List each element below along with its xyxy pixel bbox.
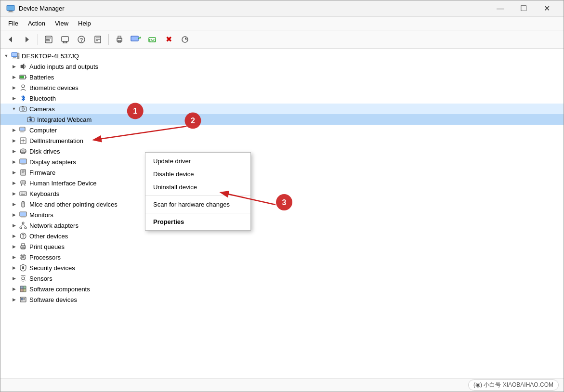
driver-info-button[interactable] — [91, 33, 105, 46]
app-icon — [6, 4, 15, 13]
main-content: ▼ DESKTOP-4L537JQ ▶ — [0, 49, 564, 378]
ctx-disable-device[interactable]: Disable device — [145, 168, 250, 181]
security-expander[interactable]: ▶ — [10, 264, 18, 272]
tree-security[interactable]: ▶ Security devices — [0, 262, 564, 273]
bluetooth-icon — [19, 94, 27, 103]
tree-software-dev[interactable]: ▶ Software devices — [0, 294, 564, 305]
tree-processors[interactable]: ▶ — [0, 252, 564, 262]
print-expander[interactable]: ▶ — [10, 243, 18, 250]
svg-rect-75 — [21, 193, 22, 194]
disk-expander[interactable]: ▶ — [10, 147, 18, 155]
batteries-icon — [19, 73, 27, 81]
print-label: Print queues — [29, 243, 65, 250]
device-label-button[interactable]: TAG — [145, 33, 159, 46]
processors-expander[interactable]: ▶ — [10, 253, 18, 261]
computer-expander[interactable]: ▶ — [10, 126, 18, 134]
display-icon — [19, 157, 27, 166]
tree-cameras[interactable]: ▼ Cameras — [0, 104, 564, 114]
ctx-update-driver[interactable]: Update driver — [145, 155, 250, 168]
device-manager-window: Device Manager — ☐ ✕ File Action View He… — [0, 0, 564, 392]
device-tree[interactable]: ▼ DESKTOP-4L537JQ ▶ — [0, 49, 564, 378]
menu-file[interactable]: File — [3, 18, 23, 29]
menu-view[interactable]: View — [50, 18, 73, 29]
other-expander[interactable]: ▶ — [10, 232, 18, 240]
dell-expander[interactable]: ▶ — [10, 137, 18, 144]
root-expander[interactable]: ▼ — [2, 52, 10, 60]
tree-bluetooth[interactable]: ▶ Bluetooth — [0, 93, 564, 104]
hid-icon — [19, 179, 27, 187]
tree-hid[interactable]: ▶ Human Interface Device — [0, 178, 564, 188]
hid-label: Human Interface Device — [29, 180, 96, 187]
back-button[interactable] — [3, 33, 18, 46]
svg-rect-69 — [21, 181, 26, 184]
tree-software-comp[interactable]: ▶ Software components — [0, 284, 564, 294]
keyboards-expander[interactable]: ▶ — [10, 190, 18, 197]
remove-device-button[interactable]: ✖ — [161, 33, 176, 46]
display-expander[interactable]: ▶ — [10, 158, 18, 166]
svg-rect-82 — [20, 212, 26, 216]
menu-help[interactable]: Help — [73, 18, 96, 29]
hid-expander[interactable]: ▶ — [10, 179, 18, 187]
tree-audio[interactable]: ▶ Audio inputs and outputs — [0, 61, 564, 72]
svg-rect-116 — [21, 298, 23, 300]
mice-expander[interactable]: ▶ — [10, 200, 18, 208]
biometric-expander[interactable]: ▶ — [10, 84, 18, 91]
firmware-label: Firmware — [29, 169, 55, 176]
update-driver-button[interactable] — [58, 33, 72, 46]
tree-biometric[interactable]: ▶ Biometric devices — [0, 82, 564, 93]
audio-expander[interactable]: ▶ — [10, 63, 18, 70]
svg-rect-74 — [20, 192, 26, 196]
security-label: Security devices — [29, 264, 75, 272]
ctx-scan-changes[interactable]: Scan for hardware changes — [145, 198, 250, 211]
software-comp-label: Software components — [29, 286, 90, 293]
ctx-uninstall-device[interactable]: Uninstall device — [145, 181, 250, 194]
software-comp-expander[interactable]: ▶ — [10, 285, 18, 293]
tree-dell[interactable]: ▶ DellInstrumentation — [0, 135, 564, 146]
close-button[interactable]: ✕ — [536, 0, 558, 17]
scan-changes-button[interactable] — [178, 33, 192, 46]
tree-print[interactable]: ▶ Print queues — [0, 241, 564, 252]
svg-rect-68 — [22, 172, 24, 173]
forward-button[interactable] — [20, 33, 34, 46]
print-icon — [19, 242, 27, 251]
tree-firmware[interactable]: ▶ Firmware — [0, 167, 564, 178]
tree-batteries[interactable]: ▶ Batteries — [0, 72, 564, 82]
monitor-button[interactable] — [129, 33, 143, 46]
monitors-expander[interactable]: ▶ — [10, 211, 18, 219]
firmware-expander[interactable]: ▶ — [10, 169, 18, 176]
tree-other[interactable]: ▶ ? Other devices — [0, 231, 564, 241]
svg-line-70 — [21, 184, 22, 186]
network-expander[interactable]: ▶ — [10, 222, 18, 229]
svg-rect-112 — [23, 286, 26, 289]
bluetooth-expander[interactable]: ▶ — [10, 94, 18, 102]
minimize-button[interactable]: — — [489, 0, 512, 17]
tree-network[interactable]: ▶ Network adapters — [0, 220, 564, 231]
maximize-button[interactable]: ☐ — [512, 0, 535, 17]
tree-monitors[interactable]: ▶ Monitors — [0, 209, 564, 220]
sensors-expander[interactable]: ▶ — [10, 274, 18, 282]
root-label: DESKTOP-4L537JQ — [22, 52, 79, 60]
tree-keyboards[interactable]: ▶ Keyboards — [0, 188, 564, 199]
svg-rect-34 — [12, 53, 17, 56]
tree-mice[interactable]: ▶ Mice and other pointing devices — [0, 199, 564, 209]
svg-marker-5 — [26, 37, 29, 42]
tree-webcam[interactable]: Integrated Webcam — [0, 114, 564, 125]
tree-display[interactable]: ▶ Display adapters — [0, 157, 564, 167]
cameras-expander[interactable]: ▼ — [10, 105, 18, 113]
svg-marker-4 — [9, 37, 12, 42]
device-properties-button[interactable] — [41, 33, 56, 46]
batteries-expander[interactable]: ▶ — [10, 73, 18, 81]
tree-disk[interactable]: ▶ Disk drives — [0, 146, 564, 157]
tree-root[interactable]: ▼ DESKTOP-4L537JQ — [0, 51, 564, 61]
ctx-properties[interactable]: Properties — [145, 215, 250, 228]
svg-rect-3 — [7, 6, 14, 10]
svg-point-59 — [20, 149, 26, 153]
tree-computer[interactable]: ▶ Computer — [0, 125, 564, 135]
help-button[interactable]: ? — [74, 33, 89, 46]
print-button[interactable] — [112, 33, 127, 46]
menu-action[interactable]: Action — [23, 18, 50, 29]
other-label: Other devices — [29, 233, 68, 240]
svg-marker-39 — [21, 64, 24, 69]
software-dev-expander[interactable]: ▶ — [10, 296, 18, 303]
tree-sensors[interactable]: ▶ Sensors — [0, 273, 564, 284]
